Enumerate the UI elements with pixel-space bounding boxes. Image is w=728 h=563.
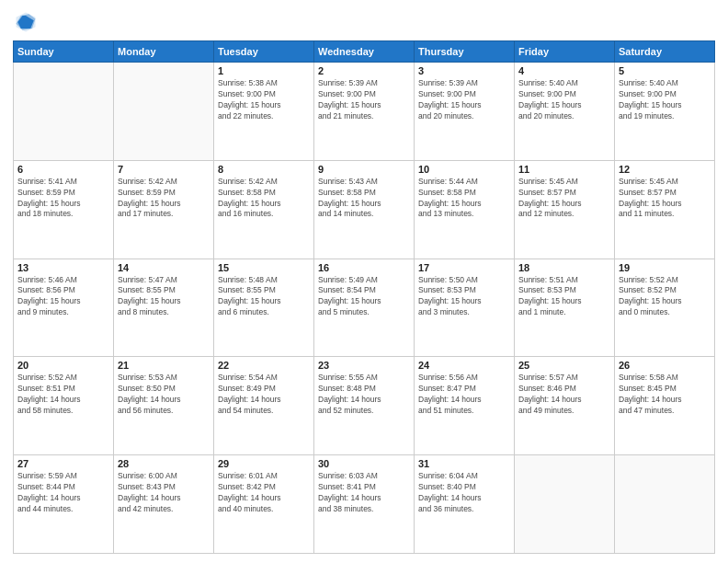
day-info: Sunrise: 5:39 AM Sunset: 9:00 PM Dayligh… — [418, 78, 510, 122]
day-info: Sunrise: 5:41 AM Sunset: 8:59 PM Dayligh… — [17, 177, 109, 221]
calendar-cell: 13Sunrise: 5:46 AM Sunset: 8:56 PM Dayli… — [14, 259, 114, 357]
calendar-table: SundayMondayTuesdayWednesdayThursdayFrid… — [13, 40, 715, 554]
day-number: 16 — [318, 262, 410, 273]
day-number: 13 — [17, 262, 109, 273]
calendar-cell: 16Sunrise: 5:49 AM Sunset: 8:54 PM Dayli… — [314, 259, 415, 357]
calendar-cell: 21Sunrise: 5:53 AM Sunset: 8:50 PM Dayli… — [114, 357, 214, 455]
day-info: Sunrise: 5:48 AM Sunset: 8:55 PM Dayligh… — [218, 275, 310, 319]
day-number: 23 — [318, 360, 410, 371]
logo-icon — [13, 9, 39, 35]
day-number: 1 — [218, 65, 310, 76]
day-number: 17 — [418, 262, 510, 273]
calendar-cell: 14Sunrise: 5:47 AM Sunset: 8:55 PM Dayli… — [114, 259, 214, 357]
weekday-header-sunday: Sunday — [14, 41, 114, 63]
day-number: 27 — [17, 458, 109, 469]
calendar-cell: 23Sunrise: 5:55 AM Sunset: 8:48 PM Dayli… — [314, 357, 415, 455]
day-info: Sunrise: 5:50 AM Sunset: 8:53 PM Dayligh… — [418, 275, 510, 319]
calendar-cell — [114, 63, 214, 161]
day-number: 29 — [218, 458, 310, 469]
day-number: 11 — [518, 164, 610, 175]
calendar-cell — [14, 63, 114, 161]
day-info: Sunrise: 5:54 AM Sunset: 8:49 PM Dayligh… — [218, 373, 310, 417]
day-number: 28 — [118, 458, 210, 469]
day-info: Sunrise: 6:01 AM Sunset: 8:42 PM Dayligh… — [218, 471, 310, 515]
calendar-cell: 17Sunrise: 5:50 AM Sunset: 8:53 PM Dayli… — [415, 259, 515, 357]
week-row-3: 20Sunrise: 5:52 AM Sunset: 8:51 PM Dayli… — [14, 357, 715, 455]
calendar-cell: 18Sunrise: 5:51 AM Sunset: 8:53 PM Dayli… — [515, 259, 615, 357]
day-number: 25 — [518, 360, 610, 371]
header — [13, 9, 715, 35]
day-number: 24 — [418, 360, 510, 371]
calendar-cell — [615, 455, 715, 554]
calendar-cell: 26Sunrise: 5:58 AM Sunset: 8:45 PM Dayli… — [615, 357, 715, 455]
calendar-cell: 15Sunrise: 5:48 AM Sunset: 8:55 PM Dayli… — [214, 259, 314, 357]
week-row-1: 6Sunrise: 5:41 AM Sunset: 8:59 PM Daylig… — [14, 160, 715, 259]
calendar-cell: 30Sunrise: 6:03 AM Sunset: 8:41 PM Dayli… — [314, 455, 415, 554]
day-number: 18 — [518, 262, 610, 273]
calendar-cell: 3Sunrise: 5:39 AM Sunset: 9:00 PM Daylig… — [415, 63, 515, 161]
day-number: 15 — [218, 262, 310, 273]
day-info: Sunrise: 5:38 AM Sunset: 9:00 PM Dayligh… — [218, 78, 310, 122]
day-info: Sunrise: 5:52 AM Sunset: 8:51 PM Dayligh… — [17, 373, 109, 417]
week-row-0: 1Sunrise: 5:38 AM Sunset: 9:00 PM Daylig… — [14, 63, 715, 161]
calendar-cell: 27Sunrise: 5:59 AM Sunset: 8:44 PM Dayli… — [14, 455, 114, 554]
day-info: Sunrise: 5:40 AM Sunset: 9:00 PM Dayligh… — [619, 78, 711, 122]
weekday-header-thursday: Thursday — [415, 41, 515, 63]
day-info: Sunrise: 5:47 AM Sunset: 8:55 PM Dayligh… — [118, 275, 210, 319]
week-row-2: 13Sunrise: 5:46 AM Sunset: 8:56 PM Dayli… — [14, 259, 715, 357]
calendar-cell: 1Sunrise: 5:38 AM Sunset: 9:00 PM Daylig… — [214, 63, 314, 161]
calendar-cell: 28Sunrise: 6:00 AM Sunset: 8:43 PM Dayli… — [114, 455, 214, 554]
calendar-cell: 4Sunrise: 5:40 AM Sunset: 9:00 PM Daylig… — [515, 63, 615, 161]
calendar-cell: 2Sunrise: 5:39 AM Sunset: 9:00 PM Daylig… — [314, 63, 415, 161]
day-info: Sunrise: 5:51 AM Sunset: 8:53 PM Dayligh… — [518, 275, 610, 319]
day-number: 31 — [418, 458, 510, 469]
calendar-cell: 29Sunrise: 6:01 AM Sunset: 8:42 PM Dayli… — [214, 455, 314, 554]
calendar-cell: 5Sunrise: 5:40 AM Sunset: 9:00 PM Daylig… — [615, 63, 715, 161]
day-number: 21 — [118, 360, 210, 371]
day-number: 20 — [17, 360, 109, 371]
weekday-header-row: SundayMondayTuesdayWednesdayThursdayFrid… — [14, 41, 715, 63]
page: SundayMondayTuesdayWednesdayThursdayFrid… — [0, 0, 728, 563]
day-info: Sunrise: 5:57 AM Sunset: 8:46 PM Dayligh… — [518, 373, 610, 417]
day-info: Sunrise: 5:56 AM Sunset: 8:47 PM Dayligh… — [418, 373, 510, 417]
calendar-cell: 25Sunrise: 5:57 AM Sunset: 8:46 PM Dayli… — [515, 357, 615, 455]
day-info: Sunrise: 6:00 AM Sunset: 8:43 PM Dayligh… — [118, 471, 210, 515]
calendar-cell: 20Sunrise: 5:52 AM Sunset: 8:51 PM Dayli… — [14, 357, 114, 455]
day-info: Sunrise: 5:55 AM Sunset: 8:48 PM Dayligh… — [318, 373, 410, 417]
day-info: Sunrise: 5:58 AM Sunset: 8:45 PM Dayligh… — [619, 373, 711, 417]
day-info: Sunrise: 5:53 AM Sunset: 8:50 PM Dayligh… — [118, 373, 210, 417]
weekday-header-saturday: Saturday — [615, 41, 715, 63]
day-info: Sunrise: 5:59 AM Sunset: 8:44 PM Dayligh… — [17, 471, 109, 515]
calendar-cell: 12Sunrise: 5:45 AM Sunset: 8:57 PM Dayli… — [615, 160, 715, 259]
day-info: Sunrise: 5:45 AM Sunset: 8:57 PM Dayligh… — [619, 177, 711, 221]
day-number: 6 — [17, 164, 109, 175]
day-info: Sunrise: 5:52 AM Sunset: 8:52 PM Dayligh… — [619, 275, 711, 319]
weekday-header-friday: Friday — [515, 41, 615, 63]
day-number: 4 — [518, 65, 610, 76]
day-info: Sunrise: 5:44 AM Sunset: 8:58 PM Dayligh… — [418, 177, 510, 221]
calendar-cell: 24Sunrise: 5:56 AM Sunset: 8:47 PM Dayli… — [415, 357, 515, 455]
day-number: 2 — [318, 65, 410, 76]
day-number: 12 — [619, 164, 711, 175]
calendar-cell: 7Sunrise: 5:42 AM Sunset: 8:59 PM Daylig… — [114, 160, 214, 259]
logo — [13, 9, 42, 35]
day-info: Sunrise: 6:03 AM Sunset: 8:41 PM Dayligh… — [318, 471, 410, 515]
day-info: Sunrise: 5:43 AM Sunset: 8:58 PM Dayligh… — [318, 177, 410, 221]
day-number: 22 — [218, 360, 310, 371]
calendar-cell — [515, 455, 615, 554]
weekday-header-wednesday: Wednesday — [314, 41, 415, 63]
calendar-cell: 10Sunrise: 5:44 AM Sunset: 8:58 PM Dayli… — [415, 160, 515, 259]
weekday-header-tuesday: Tuesday — [214, 41, 314, 63]
day-info: Sunrise: 5:40 AM Sunset: 9:00 PM Dayligh… — [518, 78, 610, 122]
week-row-4: 27Sunrise: 5:59 AM Sunset: 8:44 PM Dayli… — [14, 455, 715, 554]
day-info: Sunrise: 5:45 AM Sunset: 8:57 PM Dayligh… — [518, 177, 610, 221]
day-info: Sunrise: 5:42 AM Sunset: 8:58 PM Dayligh… — [218, 177, 310, 221]
day-number: 19 — [619, 262, 711, 273]
calendar-cell: 8Sunrise: 5:42 AM Sunset: 8:58 PM Daylig… — [214, 160, 314, 259]
day-number: 8 — [218, 164, 310, 175]
day-number: 7 — [118, 164, 210, 175]
calendar-cell: 22Sunrise: 5:54 AM Sunset: 8:49 PM Dayli… — [214, 357, 314, 455]
day-info: Sunrise: 5:39 AM Sunset: 9:00 PM Dayligh… — [318, 78, 410, 122]
calendar-cell: 19Sunrise: 5:52 AM Sunset: 8:52 PM Dayli… — [615, 259, 715, 357]
day-number: 5 — [619, 65, 711, 76]
